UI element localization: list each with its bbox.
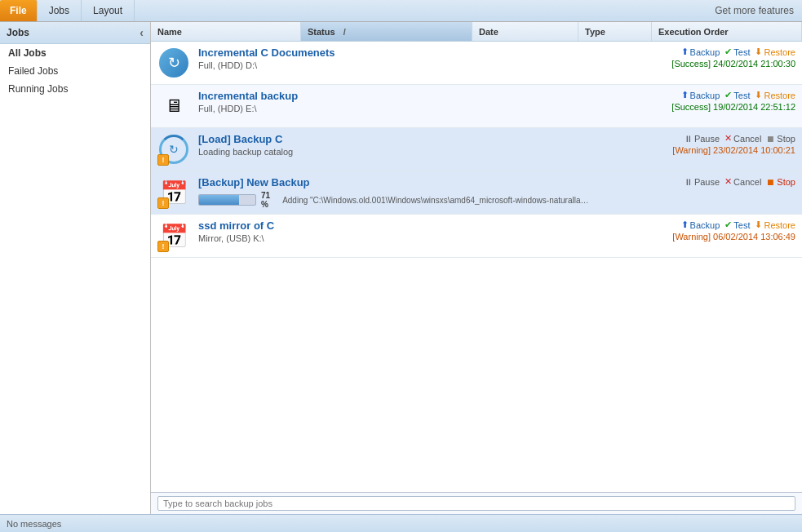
progress-description: Adding "C:\Windows.old.001\Windows\winsx… [282,196,592,205]
restore-arrow-icon: ⬇ [755,219,762,230]
status-message: No messages [7,519,61,529]
restore-button[interactable]: ⬇ Restore [755,90,795,100]
cancel-x-icon: ✕ [724,133,732,144]
warning-badge-icon: ! [157,241,169,252]
sidebar-item-failed-jobs[interactable]: Failed Jobs [0,62,150,80]
backup-button[interactable]: ⬆ Backup [681,47,720,57]
warning-badge-icon: ! [157,154,169,166]
tab-file[interactable]: File [0,0,38,21]
job-icon-spinning: ↻ ! [157,133,190,166]
sidebar-collapse-button[interactable]: ‹ [140,26,144,39]
search-input[interactable] [157,496,795,511]
cancel-button[interactable]: ✕ Cancel [724,176,761,187]
pause-button[interactable]: ⏸ Pause [684,177,720,187]
status-bar: No messages [0,514,802,532]
restore-arrow-icon: ⬇ [755,47,762,57]
computers-icon: 🖥 [159,91,188,121]
action-buttons: ⬆ Backup ✔ Test ⬇ Restore [681,47,795,57]
job-icon-calendar2: 📅 ! [157,219,190,252]
test-check-icon: ✔ [724,219,732,230]
job-status: [Success] 19/02/2014 22:51:12 [671,102,795,112]
test-check-icon: ✔ [724,47,732,57]
column-status[interactable]: Status / [301,22,472,41]
backup-button[interactable]: ⬆ Backup [681,219,720,230]
stop-button[interactable]: ⏹ Stop [766,134,795,144]
job-status: [Success] 24/02/2014 21:00:30 [671,59,795,69]
pause-button[interactable]: ⏸ Pause [684,134,720,144]
tab-jobs[interactable]: Jobs [38,0,82,21]
sidebar-item-all-jobs[interactable]: All Jobs [0,44,150,62]
action-buttons: ⬆ Backup ✔ Test ⬇ Restore [681,219,795,230]
job-description: Full, (HDD) D:\ [198,60,592,70]
jobs-list: ↻ Incremental C Documenets Full, (HDD) D… [151,42,802,492]
job-description: Full, (HDD) E:\ [198,104,592,113]
job-description: Mirror, (USB) K:\ [198,233,592,243]
restore-arrow-icon: ⬇ [755,90,762,100]
sidebar-title: Jobs [7,27,29,38]
job-name[interactable]: [Backup] New Backup [198,176,592,188]
job-actions: ⏸ Pause ✕ Cancel ⏹ Stop [Warning] 23/02/… [600,133,795,155]
table-row: 📅 ! [Backup] New Backup 71 % Adding "C:\… [151,171,802,215]
column-execution-order[interactable]: Execution Order [652,22,802,41]
progress-fill [199,195,239,205]
sidebar-item-running-jobs[interactable]: Running Jobs [0,80,150,98]
sort-arrow-icon: / [343,27,346,37]
cancel-button[interactable]: ✕ Cancel [724,133,761,144]
column-date[interactable]: Date [472,22,578,41]
job-icon-computers: 🖥 [157,90,190,122]
column-type[interactable]: Type [578,22,652,41]
job-actions: ⬆ Backup ✔ Test ⬇ Restore [Warning] 06/0… [600,219,795,242]
job-info: ssd mirror of C Mirror, (USB) K:\ [198,219,592,243]
pause-icon: ⏸ [684,134,693,144]
table-row: ↻ ! [Load] Backup C Loading backup catal… [151,128,802,171]
test-check-icon: ✔ [724,90,732,100]
backup-arrow-icon: ⬆ [681,47,689,57]
ribbon: File Jobs Layout Get more features [0,0,802,22]
job-icon-calendar: 📅 ! [157,176,190,209]
table-header: Name Status / Date Type Execution Order [151,22,802,42]
job-info: [Backup] New Backup 71 % Adding "C:\Wind… [198,176,592,209]
content-area: Name Status / Date Type Execution Order … [151,22,802,514]
warning-badge-icon: ! [157,197,169,209]
test-button[interactable]: ✔ Test [724,47,750,57]
search-bar [151,492,802,514]
progress-text: 71 % [261,191,277,209]
table-row: 🖥 Incremental backup Full, (HDD) E:\ ⬆ B… [151,85,802,128]
restore-button[interactable]: ⬇ Restore [755,219,795,230]
test-button[interactable]: ✔ Test [724,90,750,100]
stop-grey-icon: ⏹ [766,134,775,144]
tab-layout[interactable]: Layout [82,0,135,21]
backup-arrow-icon: ⬆ [681,219,689,230]
job-name[interactable]: Incremental C Documenets [198,47,592,59]
pause-icon: ⏸ [684,177,693,187]
test-button[interactable]: ✔ Test [724,219,750,230]
cancel-x-icon: ✕ [724,176,732,187]
job-actions: ⬆ Backup ✔ Test ⬇ Restore [Success] 19/0… [600,90,795,112]
job-info: Incremental backup Full, (HDD) E:\ [198,90,592,113]
job-info: Incremental C Documenets Full, (HDD) D:\ [198,47,592,70]
backup-arrow-icon: ⬆ [681,90,689,100]
job-status: [Warning] 06/02/2014 13:06:49 [672,232,795,242]
job-name[interactable]: Incremental backup [198,90,592,102]
stop-red-icon: ⏹ [766,177,775,187]
column-name[interactable]: Name [151,22,301,41]
ribbon-tabs: File Jobs Layout Get more features [0,0,802,21]
get-more-features-link[interactable]: Get more features [707,0,802,21]
job-status: [Warning] 23/02/2014 10:00:21 [672,145,795,155]
restore-button[interactable]: ⬇ Restore [755,47,795,57]
action-buttons: ⬆ Backup ✔ Test ⬇ Restore [681,90,795,100]
backup-button[interactable]: ⬆ Backup [681,90,720,100]
sidebar: Jobs ‹ All Jobs Failed Jobs Running Jobs [0,22,151,514]
action-buttons: ⏸ Pause ✕ Cancel ⏹ Stop [684,133,795,144]
job-icon-circular-arrows: ↻ [157,47,190,79]
job-info: [Load] Backup C Loading backup catalog [198,133,592,157]
job-actions: ⏸ Pause ✕ Cancel ⏹ Stop [600,176,795,188]
table-row: 📅 ! ssd mirror of C Mirror, (USB) K:\ ⬆ … [151,215,802,258]
main-area: Jobs ‹ All Jobs Failed Jobs Running Jobs… [0,22,802,514]
stop-button[interactable]: ⏹ Stop [766,177,795,187]
job-actions: ⬆ Backup ✔ Test ⬇ Restore [Success] 24/0… [600,47,795,69]
sidebar-header: Jobs ‹ [0,22,150,44]
job-name[interactable]: [Load] Backup C [198,133,592,145]
job-name[interactable]: ssd mirror of C [198,219,592,232]
circular-arrows-icon: ↻ [159,48,188,78]
